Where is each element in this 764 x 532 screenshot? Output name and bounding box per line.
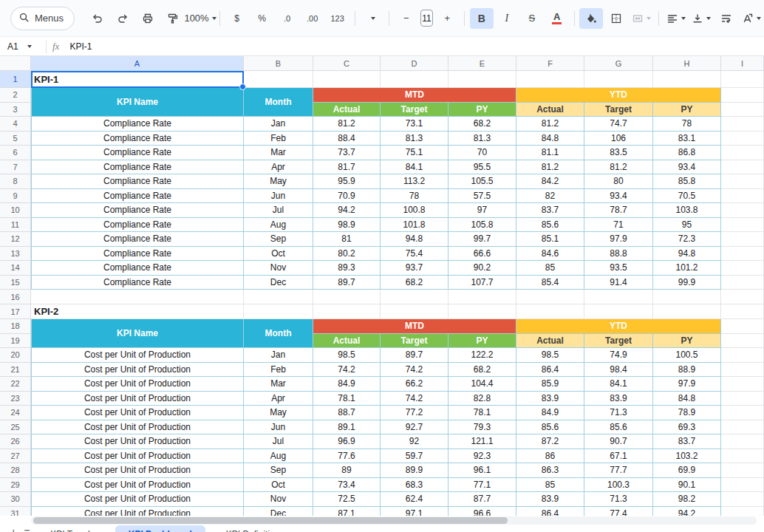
table-cell[interactable]: Compliance Rate: [31, 174, 244, 189]
mtd-header[interactable]: MTD: [313, 319, 516, 334]
table-cell[interactable]: 94.8: [653, 247, 721, 262]
table-cell[interactable]: Compliance Rate: [31, 203, 244, 218]
column-header-A[interactable]: A: [31, 56, 244, 71]
cell[interactable]: [721, 160, 764, 175]
table-cell[interactable]: 89.9: [381, 463, 448, 478]
ytd-header[interactable]: YTD: [516, 88, 721, 103]
table-cell[interactable]: Apr: [244, 160, 313, 175]
table-cell[interactable]: 93.7: [381, 261, 448, 276]
table-cell[interactable]: 69.9: [653, 463, 721, 478]
cell[interactable]: [721, 218, 764, 233]
cell[interactable]: [721, 117, 764, 132]
table-cell[interactable]: 68.2: [381, 276, 448, 290]
table-cell[interactable]: 83.1: [653, 132, 721, 146]
table-cell[interactable]: Jan: [244, 117, 313, 132]
column-header-I[interactable]: I: [721, 56, 764, 71]
table-cell[interactable]: 81.7: [313, 160, 381, 175]
table-cell[interactable]: 90.7: [584, 434, 653, 449]
table-cell[interactable]: 90.2: [448, 261, 516, 276]
cell[interactable]: [721, 449, 764, 464]
table-cell[interactable]: Nov: [244, 261, 313, 276]
table-cell[interactable]: 81.2: [516, 117, 584, 132]
row-header-13[interactable]: 13: [0, 247, 31, 262]
cell[interactable]: [721, 88, 764, 103]
cell[interactable]: [721, 71, 764, 88]
cell[interactable]: [448, 304, 516, 319]
subheader[interactable]: Target: [584, 103, 653, 117]
kpi-name-header[interactable]: KPI Name: [31, 319, 244, 348]
table-cell[interactable]: 86.4: [516, 363, 584, 378]
row-header-27[interactable]: 27: [0, 449, 31, 464]
cell[interactable]: [721, 363, 764, 378]
table-cell[interactable]: 71: [584, 218, 653, 233]
horizontal-align-button[interactable]: [664, 8, 688, 29]
table-cell[interactable]: 77.7: [584, 463, 653, 478]
table-cell[interactable]: 97.9: [653, 377, 721, 392]
column-header-G[interactable]: G: [584, 56, 653, 71]
all-sheets-icon[interactable]: ≡: [24, 526, 30, 532]
table-cell[interactable]: Cost per Unit of Production: [31, 434, 244, 449]
bold-button[interactable]: B: [470, 8, 494, 29]
add-sheet-icon[interactable]: +: [10, 526, 16, 532]
table-cell[interactable]: 78: [381, 189, 448, 204]
subheader[interactable]: Actual: [313, 103, 381, 117]
table-cell[interactable]: 84.1: [584, 377, 653, 392]
row-header-18[interactable]: 18: [0, 319, 31, 334]
cell[interactable]: [721, 478, 764, 493]
table-cell[interactable]: 94.8: [381, 232, 448, 247]
table-cell[interactable]: 72.5: [313, 492, 381, 507]
cell[interactable]: [721, 189, 764, 204]
table-cell[interactable]: Jul: [244, 203, 313, 218]
table-cell[interactable]: Cost per Unit of Production: [31, 478, 244, 493]
redo-button[interactable]: [111, 8, 134, 29]
kpi-name-header[interactable]: KPI Name: [31, 88, 244, 117]
table-cell[interactable]: 105.8: [448, 218, 516, 233]
table-cell[interactable]: Compliance Rate: [31, 189, 244, 204]
cell[interactable]: [721, 463, 764, 478]
table-cell[interactable]: 98.5: [516, 348, 584, 363]
table-cell[interactable]: 89.7: [313, 276, 381, 290]
row-header-29[interactable]: 29: [0, 478, 31, 493]
table-cell[interactable]: 81.2: [584, 160, 653, 175]
scrollbar-thumb[interactable]: [33, 517, 508, 524]
table-cell[interactable]: 93.4: [584, 189, 653, 204]
table-cell[interactable]: Compliance Rate: [31, 232, 244, 247]
table-cell[interactable]: 99.7: [448, 232, 516, 247]
table-cell[interactable]: 80: [584, 174, 653, 189]
row-header-8[interactable]: 8: [0, 174, 31, 189]
table-cell[interactable]: 103.8: [653, 203, 721, 218]
table-cell[interactable]: 89.3: [313, 261, 381, 276]
table-cell[interactable]: 77.2: [381, 406, 448, 420]
zoom-control[interactable]: 100%: [186, 8, 214, 29]
cell[interactable]: [381, 71, 448, 88]
table-cell[interactable]: Cost per Unit of Production: [31, 348, 244, 363]
table-cell[interactable]: 87.2: [516, 434, 584, 449]
cell[interactable]: [584, 71, 653, 88]
table-cell[interactable]: 86: [516, 449, 584, 464]
table-cell[interactable]: 83.7: [653, 434, 721, 449]
percent-format-button[interactable]: %: [250, 8, 274, 29]
table-cell[interactable]: Jun: [244, 189, 313, 204]
table-cell[interactable]: 101.2: [653, 261, 721, 276]
table-cell[interactable]: 68.3: [381, 478, 448, 493]
cell[interactable]: [721, 146, 764, 160]
subheader[interactable]: PY: [448, 334, 516, 349]
table-cell[interactable]: 84.9: [313, 377, 381, 392]
table-cell[interactable]: 84.8: [516, 132, 584, 146]
cell[interactable]: [721, 276, 764, 290]
table-cell[interactable]: Mar: [244, 146, 313, 160]
table-cell[interactable]: 81.3: [448, 132, 516, 146]
table-cell[interactable]: 85.6: [516, 218, 584, 233]
cell[interactable]: [313, 290, 381, 304]
table-cell[interactable]: 84.6: [516, 247, 584, 262]
cell[interactable]: [653, 304, 721, 319]
table-cell[interactable]: 74.9: [584, 348, 653, 363]
text-wrap-button[interactable]: [714, 8, 738, 29]
row-header-17[interactable]: 17: [0, 304, 31, 319]
table-cell[interactable]: 89: [313, 463, 381, 478]
table-cell[interactable]: 100.3: [584, 478, 653, 493]
table-cell[interactable]: 85.9: [516, 377, 584, 392]
table-cell[interactable]: Cost per Unit of Production: [31, 420, 244, 435]
sheet-tab[interactable]: KPI Definitions: [213, 525, 298, 532]
table-cell[interactable]: 57.5: [448, 189, 516, 204]
